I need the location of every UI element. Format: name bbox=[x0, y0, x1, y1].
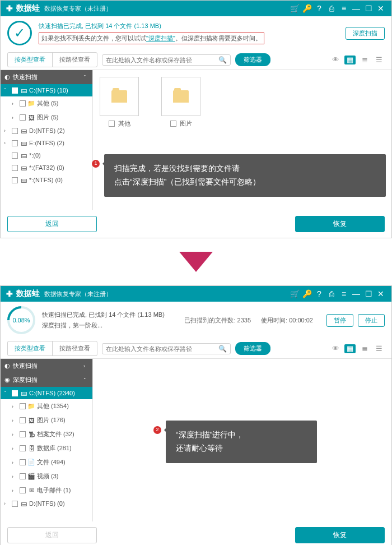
menu-icon[interactable]: ≡ bbox=[338, 2, 350, 15]
folder-icon bbox=[173, 90, 189, 103]
tree-other[interactable]: ›📁其他 (1354) bbox=[1, 399, 92, 413]
folder-icon bbox=[111, 90, 127, 103]
view-detail-icon[interactable]: ☰ bbox=[374, 56, 385, 64]
progress-percent: 0.08% bbox=[7, 306, 35, 334]
app-subtitle: 数据恢复专家（未注册） bbox=[44, 4, 112, 13]
tree-drive-c[interactable]: ˅🖴C:(NTFS) (10) bbox=[1, 84, 92, 96]
tree-drive-d[interactable]: ›🖴D:(NTFS) (0) bbox=[1, 497, 92, 510]
view-tabs: 按类型查看 按路径查看 bbox=[7, 341, 97, 356]
view-tabs: 按类型查看 按路径查看 bbox=[7, 52, 97, 67]
check-complete-icon: ✓ bbox=[7, 21, 32, 45]
stop-button[interactable]: 停止 bbox=[358, 314, 385, 327]
deep-scan-button[interactable]: 深度扫描 bbox=[346, 27, 385, 40]
tooltip-scan-complete: 1 扫描完成，若是没找到需要的文件请 点击“深度扫描”（已找到需要文件可忽略） bbox=[104, 154, 386, 197]
app-logo: ✚ 数据蛙 bbox=[5, 289, 40, 299]
window-deep-scanning: ✚ 数据蛙 数据恢复专家（未注册） 🛒 🔑 ? ⎙ ≡ — ☐ ✕ 0.08% … bbox=[0, 285, 392, 545]
window-scan-complete: ✚ 数据蛙 数据恢复专家（未注册） 🛒 🔑 ? ⎙ ≡ — ☐ ✕ ✓ 快速扫描… bbox=[0, 0, 392, 238]
sidebar-tree: ◐快速扫描˅ ˅🖴C:(NTFS) (10) ›📁其他 (5) ›🖼图片 (5)… bbox=[1, 70, 93, 210]
tree-deep-scan[interactable]: ◉深度扫描˅ bbox=[1, 373, 92, 387]
scan-summary-header: ✓ 快速扫描已完成, 已找到 14 个文件 (1.13 MB) 如果您找不到丢失… bbox=[1, 16, 391, 50]
progress-indicator: 0.08% bbox=[7, 306, 35, 334]
key-icon[interactable]: 🔑 bbox=[301, 288, 313, 300]
tree-email[interactable]: ›✉电子邮件 (1) bbox=[1, 483, 92, 497]
logo-icon: ✚ bbox=[5, 4, 14, 13]
cart-icon[interactable]: 🛒 bbox=[288, 288, 301, 300]
titlebar: ✚ 数据蛙 数据恢复专家（未注册） 🛒 🔑 ? ⎙ ≡ — ☐ ✕ bbox=[1, 286, 391, 302]
search-input[interactable] bbox=[106, 57, 218, 63]
app-name: 数据蛙 bbox=[16, 3, 40, 13]
folder-other[interactable]: 其他 bbox=[100, 77, 139, 128]
tree-unknown-ntfs[interactable]: 🖴*:(NTFS) (0) bbox=[1, 174, 92, 186]
back-button: 返回 bbox=[7, 527, 97, 543]
recover-button[interactable]: 恢复 bbox=[295, 216, 385, 232]
deep-scan-link[interactable]: "深度扫描" bbox=[146, 35, 175, 41]
search-box[interactable]: 🔍 bbox=[102, 343, 231, 354]
arrow-down-icon bbox=[179, 252, 213, 272]
tree-other[interactable]: ›📁其他 (5) bbox=[1, 96, 92, 110]
content-area: 其他 图片 1 扫描完成，若是没找到需要的文件请 点击“深度扫描”（已找到需要文… bbox=[93, 70, 391, 210]
back-button[interactable]: 返回 bbox=[7, 216, 97, 232]
search-box[interactable]: 🔍 bbox=[102, 54, 231, 66]
tree-archive[interactable]: ›🗜档案文件 (32) bbox=[1, 427, 92, 441]
content-area: 2 “深度扫描”进行中， 还请耐心等待 bbox=[93, 359, 391, 521]
close-icon[interactable]: ✕ bbox=[375, 288, 387, 300]
filter-button[interactable]: 筛选器 bbox=[235, 53, 270, 66]
recover-button[interactable]: 恢复 bbox=[295, 527, 385, 543]
pause-button[interactable]: 暂停 bbox=[326, 314, 353, 327]
minimize-icon[interactable]: — bbox=[350, 2, 362, 15]
logo-icon: ✚ bbox=[5, 289, 14, 298]
deep-scan-hint: 如果您找不到丢失的文件，您可以试试"深度扫描"。但深度扫描将需要更多时间。 bbox=[39, 33, 264, 44]
tree-unknown-fat32[interactable]: 🖴*:(FAT32) (0) bbox=[1, 161, 92, 174]
tree-drive-c[interactable]: ˅🖴C:(NTFS) (2340) bbox=[1, 387, 92, 399]
tree-quick-scan[interactable]: ◐快速扫描˅ bbox=[1, 70, 92, 84]
maximize-icon[interactable]: ☐ bbox=[362, 2, 375, 15]
tree-video[interactable]: ›🎬视频 (3) bbox=[1, 469, 92, 483]
tree-pictures[interactable]: ›🖼图片 (5) bbox=[1, 110, 92, 124]
search-icon[interactable]: 🔍 bbox=[218, 345, 227, 353]
search-icon[interactable]: 🔍 bbox=[218, 56, 227, 64]
folder-pictures[interactable]: 图片 bbox=[161, 77, 200, 128]
flow-arrow bbox=[0, 238, 392, 285]
scan-stats: 已扫描到的文件数: 2335 使用时间: 00:00:02 bbox=[184, 316, 313, 325]
tree-documents[interactable]: ›📄文件 (494) bbox=[1, 455, 92, 469]
tree-unknown-1[interactable]: 🖴*:(0) bbox=[1, 149, 92, 161]
preview-eye-icon[interactable]: 👁 bbox=[330, 344, 341, 353]
tab-by-path[interactable]: 按路径查看 bbox=[53, 341, 97, 355]
save-icon[interactable]: ⎙ bbox=[325, 2, 338, 15]
scan-progress-header: 0.08% 快速扫描已完成, 已找到 14 个文件 (1.13 MB) 深度扫描… bbox=[1, 302, 391, 339]
app-logo: ✚ 数据蛙 bbox=[5, 3, 40, 13]
sidebar-tree: ◐快速扫描› ◉深度扫描˅ ˅🖴C:(NTFS) (2340) ›📁其他 (13… bbox=[1, 359, 93, 521]
key-icon[interactable]: 🔑 bbox=[301, 2, 313, 15]
scan-complete-text: 快速扫描已完成, 已找到 14 个文件 (1.13 MB) bbox=[39, 22, 339, 30]
maximize-icon[interactable]: ☐ bbox=[362, 288, 375, 300]
close-icon[interactable]: ✕ bbox=[375, 2, 387, 15]
deep-scan-stage: 深度扫描，第一阶段... bbox=[42, 321, 178, 330]
tree-drive-e[interactable]: ›🖴E:(NTFS) (2) bbox=[1, 137, 92, 149]
view-grid-icon[interactable]: ▦ bbox=[344, 344, 356, 353]
menu-icon[interactable]: ≡ bbox=[338, 288, 350, 300]
tree-database[interactable]: ›🗄数据库 (281) bbox=[1, 441, 92, 455]
tree-quick-scan[interactable]: ◐快速扫描› bbox=[1, 359, 92, 373]
tab-by-type[interactable]: 按类型查看 bbox=[8, 341, 53, 355]
cart-icon[interactable]: 🛒 bbox=[288, 2, 301, 15]
help-icon[interactable]: ? bbox=[313, 288, 325, 300]
tree-pictures[interactable]: ›🖼图片 (176) bbox=[1, 413, 92, 427]
tooltip-marker: 2 bbox=[153, 426, 161, 434]
view-list-icon[interactable]: ≣ bbox=[359, 56, 370, 64]
tooltip-deep-scanning: 2 “深度扫描”进行中， 还请耐心等待 bbox=[166, 421, 317, 463]
filter-button[interactable]: 筛选器 bbox=[235, 342, 270, 355]
tree-drive-d[interactable]: ›🖴D:(NTFS) (2) bbox=[1, 124, 92, 137]
help-icon[interactable]: ? bbox=[313, 2, 325, 15]
preview-eye-icon[interactable]: 👁 bbox=[330, 56, 341, 64]
save-icon[interactable]: ⎙ bbox=[325, 288, 338, 300]
search-input[interactable] bbox=[106, 345, 218, 352]
tab-by-path[interactable]: 按路径查看 bbox=[53, 53, 97, 67]
view-grid-icon[interactable]: ▦ bbox=[344, 56, 356, 64]
minimize-icon[interactable]: — bbox=[350, 288, 362, 300]
tooltip-marker: 1 bbox=[92, 160, 100, 168]
titlebar: ✚ 数据蛙 数据恢复专家（未注册） 🛒 🔑 ? ⎙ ≡ — ☐ ✕ bbox=[1, 1, 391, 16]
view-list-icon[interactable]: ≣ bbox=[359, 344, 370, 353]
tab-by-type[interactable]: 按类型查看 bbox=[8, 53, 53, 67]
view-detail-icon[interactable]: ☰ bbox=[374, 344, 385, 353]
